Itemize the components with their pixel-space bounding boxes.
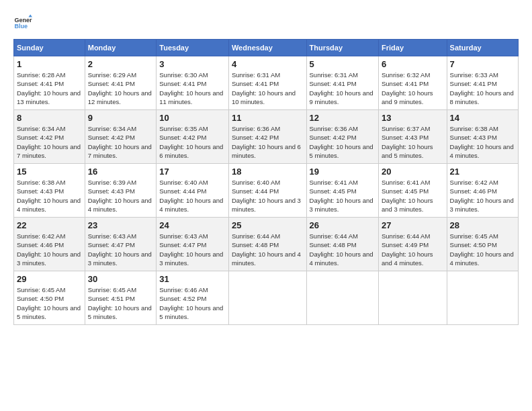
table-row: [306, 271, 378, 325]
day-number: 14: [450, 113, 515, 123]
day-number: 23: [88, 220, 154, 230]
col-sunday: Sunday: [14, 40, 85, 56]
col-thursday: Thursday: [306, 40, 378, 56]
header-row: Sunday Monday Tuesday Wednesday Thursday…: [14, 40, 519, 56]
calendar-week-row: 8 Sunrise: 6:34 AM Sunset: 4:42 PM Dayli…: [14, 110, 519, 164]
table-row: 15 Sunrise: 6:38 AM Sunset: 4:43 PM Dayl…: [14, 164, 85, 218]
table-row: 7 Sunrise: 6:33 AM Sunset: 4:41 PM Dayli…: [447, 56, 518, 110]
table-row: 19 Sunrise: 6:41 AM Sunset: 4:45 PM Dayl…: [306, 164, 378, 218]
day-info: Sunrise: 6:37 AM Sunset: 4:43 PM Dayligh…: [382, 124, 444, 160]
table-row: 29 Sunrise: 6:45 AM Sunset: 4:50 PM Dayl…: [14, 271, 85, 325]
col-friday: Friday: [379, 40, 447, 56]
day-number: 15: [17, 167, 82, 177]
calendar-week-row: 15 Sunrise: 6:38 AM Sunset: 4:43 PM Dayl…: [14, 164, 519, 218]
day-info: Sunrise: 6:40 AM Sunset: 4:44 PM Dayligh…: [159, 178, 226, 214]
day-number: 25: [232, 220, 304, 230]
table-row: 14 Sunrise: 6:38 AM Sunset: 4:43 PM Dayl…: [447, 110, 518, 164]
logo-icon: General Blue: [13, 13, 32, 32]
day-number: 20: [382, 167, 444, 177]
table-row: 11 Sunrise: 6:36 AM Sunset: 4:42 PM Dayl…: [228, 110, 306, 164]
day-number: 21: [450, 167, 515, 177]
table-row: 26 Sunrise: 6:44 AM Sunset: 4:48 PM Dayl…: [306, 218, 378, 271]
calendar-week-row: 22 Sunrise: 6:42 AM Sunset: 4:46 PM Dayl…: [14, 218, 519, 271]
table-row: 6 Sunrise: 6:32 AM Sunset: 4:41 PM Dayli…: [379, 56, 447, 110]
day-number: 18: [232, 167, 304, 177]
day-number: 9: [88, 113, 154, 123]
header: General Blue: [13, 13, 519, 32]
day-number: 30: [88, 274, 154, 284]
day-info: Sunrise: 6:35 AM Sunset: 4:42 PM Dayligh…: [159, 124, 226, 160]
day-info: Sunrise: 6:28 AM Sunset: 4:41 PM Dayligh…: [17, 71, 82, 106]
day-number: 8: [17, 113, 82, 123]
day-info: Sunrise: 6:38 AM Sunset: 4:43 PM Dayligh…: [17, 178, 82, 214]
svg-marker-2: [28, 14, 32, 17]
day-number: 6: [382, 59, 444, 69]
table-row: 22 Sunrise: 6:42 AM Sunset: 4:46 PM Dayl…: [14, 218, 85, 271]
table-row: [379, 271, 447, 325]
day-info: Sunrise: 6:42 AM Sunset: 4:46 PM Dayligh…: [17, 232, 82, 267]
day-info: Sunrise: 6:42 AM Sunset: 4:46 PM Dayligh…: [450, 178, 515, 214]
day-info: Sunrise: 6:39 AM Sunset: 4:43 PM Dayligh…: [88, 178, 154, 214]
day-number: 28: [450, 220, 515, 230]
table-row: 1 Sunrise: 6:28 AM Sunset: 4:41 PM Dayli…: [14, 56, 85, 110]
day-number: 11: [232, 113, 304, 123]
day-info: Sunrise: 6:46 AM Sunset: 4:52 PM Dayligh…: [159, 285, 226, 321]
calendar-week-row: 1 Sunrise: 6:28 AM Sunset: 4:41 PM Dayli…: [14, 56, 519, 110]
table-row: 10 Sunrise: 6:35 AM Sunset: 4:42 PM Dayl…: [157, 110, 229, 164]
table-row: 16 Sunrise: 6:39 AM Sunset: 4:43 PM Dayl…: [85, 164, 157, 218]
day-number: 12: [310, 113, 375, 123]
day-info: Sunrise: 6:32 AM Sunset: 4:41 PM Dayligh…: [382, 71, 444, 106]
day-number: 7: [450, 59, 515, 69]
day-info: Sunrise: 6:33 AM Sunset: 4:41 PM Dayligh…: [450, 71, 515, 106]
col-monday: Monday: [85, 40, 157, 56]
table-row: 30 Sunrise: 6:45 AM Sunset: 4:51 PM Dayl…: [85, 271, 157, 325]
table-row: 25 Sunrise: 6:44 AM Sunset: 4:48 PM Dayl…: [228, 218, 306, 271]
day-info: Sunrise: 6:44 AM Sunset: 4:49 PM Dayligh…: [382, 232, 444, 267]
day-number: 26: [310, 220, 375, 230]
day-info: Sunrise: 6:45 AM Sunset: 4:51 PM Dayligh…: [88, 285, 154, 321]
day-info: Sunrise: 6:44 AM Sunset: 4:48 PM Dayligh…: [310, 232, 375, 267]
day-number: 3: [159, 59, 226, 69]
day-number: 13: [382, 113, 444, 123]
day-number: 17: [159, 167, 226, 177]
day-info: Sunrise: 6:43 AM Sunset: 4:47 PM Dayligh…: [88, 232, 154, 267]
day-number: 22: [17, 220, 82, 230]
day-info: Sunrise: 6:41 AM Sunset: 4:45 PM Dayligh…: [310, 178, 375, 214]
table-row: 31 Sunrise: 6:46 AM Sunset: 4:52 PM Dayl…: [157, 271, 229, 325]
table-row: 13 Sunrise: 6:37 AM Sunset: 4:43 PM Dayl…: [379, 110, 447, 164]
day-number: 31: [159, 274, 226, 284]
table-row: 17 Sunrise: 6:40 AM Sunset: 4:44 PM Dayl…: [157, 164, 229, 218]
day-info: Sunrise: 6:36 AM Sunset: 4:42 PM Dayligh…: [310, 124, 375, 160]
day-number: 16: [88, 167, 154, 177]
day-info: Sunrise: 6:38 AM Sunset: 4:43 PM Dayligh…: [450, 124, 515, 160]
table-row: 20 Sunrise: 6:41 AM Sunset: 4:45 PM Dayl…: [379, 164, 447, 218]
day-number: 27: [382, 220, 444, 230]
table-row: 27 Sunrise: 6:44 AM Sunset: 4:49 PM Dayl…: [379, 218, 447, 271]
col-saturday: Saturday: [447, 40, 518, 56]
day-info: Sunrise: 6:45 AM Sunset: 4:50 PM Dayligh…: [450, 232, 515, 267]
table-row: 4 Sunrise: 6:31 AM Sunset: 4:41 PM Dayli…: [228, 56, 306, 110]
day-info: Sunrise: 6:44 AM Sunset: 4:48 PM Dayligh…: [232, 232, 304, 267]
day-info: Sunrise: 6:36 AM Sunset: 4:42 PM Dayligh…: [232, 124, 304, 160]
table-row: 2 Sunrise: 6:29 AM Sunset: 4:41 PM Dayli…: [85, 56, 157, 110]
table-row: 24 Sunrise: 6:43 AM Sunset: 4:47 PM Dayl…: [157, 218, 229, 271]
col-tuesday: Tuesday: [157, 40, 229, 56]
logo: General Blue: [13, 13, 35, 32]
day-number: 5: [310, 59, 375, 69]
svg-text:General: General: [14, 17, 32, 24]
table-row: 9 Sunrise: 6:34 AM Sunset: 4:42 PM Dayli…: [85, 110, 157, 164]
day-info: Sunrise: 6:34 AM Sunset: 4:42 PM Dayligh…: [88, 124, 154, 160]
day-number: 24: [159, 220, 226, 230]
day-info: Sunrise: 6:34 AM Sunset: 4:42 PM Dayligh…: [17, 124, 82, 160]
calendar-week-row: 29 Sunrise: 6:45 AM Sunset: 4:50 PM Dayl…: [14, 271, 519, 325]
day-info: Sunrise: 6:30 AM Sunset: 4:41 PM Dayligh…: [159, 71, 226, 106]
day-number: 1: [17, 59, 82, 69]
day-info: Sunrise: 6:29 AM Sunset: 4:41 PM Dayligh…: [88, 71, 154, 106]
table-row: 23 Sunrise: 6:43 AM Sunset: 4:47 PM Dayl…: [85, 218, 157, 271]
table-row: [447, 271, 518, 325]
day-info: Sunrise: 6:40 AM Sunset: 4:44 PM Dayligh…: [232, 178, 304, 214]
day-number: 10: [159, 113, 226, 123]
day-number: 19: [310, 167, 375, 177]
day-info: Sunrise: 6:45 AM Sunset: 4:50 PM Dayligh…: [17, 285, 82, 321]
calendar-table: Sunday Monday Tuesday Wednesday Thursday…: [13, 39, 519, 325]
